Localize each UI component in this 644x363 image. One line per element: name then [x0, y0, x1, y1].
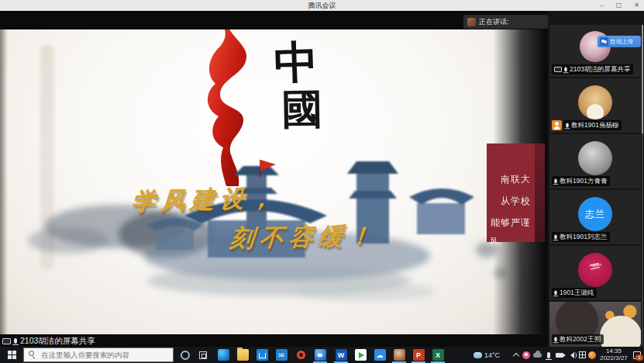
tray-microphone[interactable] [543, 347, 553, 363]
minimize-icon[interactable]: – [600, 0, 603, 11]
raised-hand-icon [552, 120, 562, 130]
weather-icon [474, 352, 482, 358]
camera-icon [556, 353, 563, 358]
window-title: 腾讯会议 [308, 1, 336, 11]
tray-app-orange[interactable] [587, 347, 598, 363]
speaker-avatar [467, 18, 476, 26]
meeting-app-icon [315, 349, 326, 361]
cloud-upload-icon [600, 37, 608, 46]
participant-label: 教科1901焦杨穆 [563, 120, 622, 130]
mail-icon: ✉ [276, 349, 288, 361]
participant-label: 教科2002王朔 [552, 334, 604, 344]
task-view-icon [199, 351, 207, 359]
task-view-button[interactable] [195, 347, 212, 363]
taskbar-search-input[interactable] [23, 347, 174, 362]
mic-icon [554, 291, 556, 296]
action-center-button[interactable]: 3 [630, 347, 644, 363]
taskbar-app-excel[interactable]: X [429, 347, 447, 363]
tray-expand-button[interactable] [511, 347, 522, 363]
participant-tile[interactable]: 教科1901焦杨穆 [549, 78, 641, 133]
edge-icon [218, 349, 229, 361]
taskbar-app-meeting[interactable] [311, 347, 329, 363]
cortana-icon [181, 351, 190, 360]
avatar-initials: 志兰 [585, 208, 605, 221]
participant-name: 2103胡洁的屏幕共享 [570, 65, 630, 74]
participant-label: 1901王璐纯 [552, 288, 597, 298]
taskbar-weather[interactable]: 14°C [465, 347, 508, 363]
tray-camera[interactable] [553, 347, 565, 363]
orange-app-icon [588, 351, 596, 359]
avatar [578, 141, 612, 175]
mic-icon [554, 179, 556, 184]
avatar [578, 85, 612, 119]
speaker-icon [567, 352, 574, 358]
taskbar-search[interactable] [23, 347, 174, 363]
red-panel-line: 南联大 [487, 168, 535, 190]
folder-icon [237, 349, 249, 361]
screen-share-icon [2, 338, 11, 344]
upload-toast[interactable]: 自动上传 [598, 36, 641, 47]
taskbar-clock[interactable]: 14:35 2022/3/27 [598, 347, 630, 363]
taskbar-app-file-explorer[interactable] [233, 347, 252, 363]
maximize-icon[interactable]: ▢ [616, 0, 622, 11]
taskbar-app-edge[interactable] [214, 347, 232, 363]
slide-left-vignette [0, 29, 8, 334]
share-banner: 2103胡洁的屏幕共享 [0, 335, 95, 347]
cloud-drive-icon: ☁ [374, 349, 386, 361]
windows-logo-icon [8, 351, 16, 359]
pink-app-icon [522, 351, 530, 359]
close-icon[interactable]: ✕ [634, 0, 639, 11]
upload-toast-label: 自动上传 [610, 38, 633, 46]
notification-badge: 3 [635, 354, 643, 361]
excel-icon: X [432, 349, 444, 361]
participant-tile[interactable]: 教科2002王朔 [549, 302, 641, 347]
calligraphy-zhong: 中 [258, 37, 334, 86]
tray-volume[interactable] [565, 347, 577, 363]
avatar [578, 253, 612, 287]
tray-app-pink[interactable] [521, 347, 532, 363]
sidebar-scrollbar-thumb[interactable] [642, 25, 643, 133]
participant-tile[interactable]: 自动上传 2103胡洁的屏幕共享 [549, 25, 641, 77]
taskbar-app-chat[interactable] [390, 347, 408, 363]
powerpoint-icon: P [413, 349, 425, 361]
cortana-button[interactable] [177, 347, 194, 363]
red-panel-line: 从学校 [487, 190, 535, 212]
participant-tile[interactable]: 教科1901方青青 [549, 134, 641, 188]
input-method-icon [579, 351, 586, 358]
mic-icon [564, 67, 567, 72]
participant-name: 1901王璐纯 [560, 289, 594, 297]
participant-tile[interactable]: 志兰 教科1901刘志兰 [549, 190, 641, 244]
taskbar-app-video-player[interactable] [351, 347, 370, 363]
taskbar-app-cloud-drive[interactable]: ☁ [370, 347, 389, 363]
tray-cloud[interactable] [532, 347, 543, 363]
taskbar-app-word[interactable]: W [332, 347, 350, 363]
speaking-toast: 正在讲话: [463, 15, 548, 29]
mic-icon [566, 123, 568, 128]
weather-temp: 14°C [484, 351, 500, 359]
window-controls: – ▢ ✕ [600, 0, 639, 11]
screen-share-icon [554, 67, 562, 72]
cloud-icon [533, 353, 542, 358]
share-banner-text: 2103胡洁的屏幕共享 [20, 336, 95, 347]
taskbar-app-store[interactable] [253, 347, 271, 363]
participant-tile[interactable]: 1901王璐纯 [549, 246, 641, 300]
microphone-icon [547, 352, 550, 358]
participant-name: 教科1901刘志兰 [560, 233, 607, 241]
taskbar-app-mail[interactable]: ✉ [272, 347, 291, 363]
participant-label: 教科1901方青青 [552, 176, 610, 186]
red-panel-line: 风。 [487, 233, 535, 249]
start-button[interactable] [0, 347, 23, 363]
mic-icon [14, 338, 17, 344]
headline-line2: 刻不容缓！ [229, 220, 379, 254]
taskbar-app-office[interactable] [291, 347, 310, 363]
red-side-strip [535, 143, 545, 242]
taskbar-app-powerpoint[interactable]: P [409, 347, 428, 363]
participant-name: 教科1901焦杨穆 [571, 121, 618, 130]
word-icon: W [336, 349, 347, 361]
participant-label: 教科1901刘志兰 [552, 232, 610, 242]
store-icon [257, 349, 268, 361]
mic-icon [554, 235, 556, 240]
tray-input-method[interactable] [577, 347, 587, 363]
office-icon [295, 349, 307, 361]
headline-line1: 学风建设， [130, 182, 280, 218]
